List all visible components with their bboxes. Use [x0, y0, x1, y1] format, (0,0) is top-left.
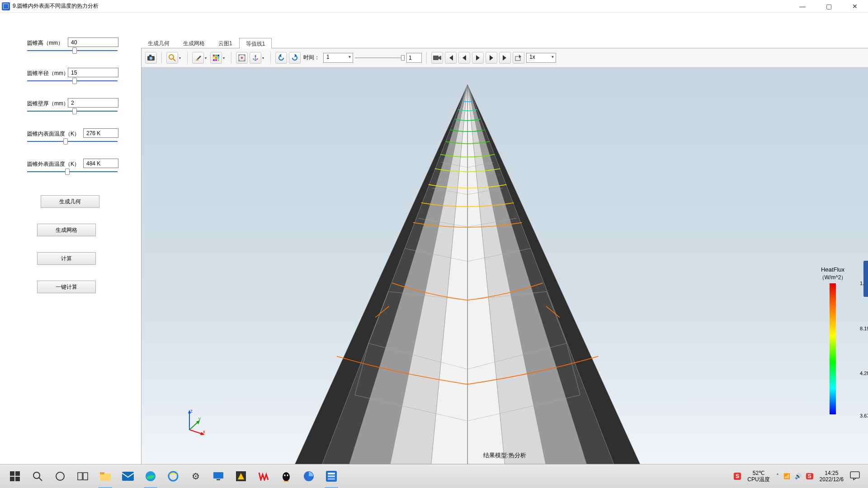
svg-rect-44	[83, 473, 88, 480]
svg-rect-37	[15, 471, 20, 476]
wps-icon[interactable]	[252, 465, 275, 488]
rotate-cw-icon[interactable]	[289, 52, 301, 64]
svg-rect-2	[149, 55, 151, 56]
volume-icon[interactable]: 🔊	[795, 473, 802, 479]
cone-height-slider[interactable]	[27, 49, 118, 50]
cone-height-input[interactable]	[68, 38, 118, 47]
export-frame-icon[interactable]	[513, 52, 524, 64]
browser-blue-icon[interactable]	[297, 465, 320, 488]
window-title: 9.圆锥内外表面不同温度的热力分析	[13, 2, 99, 10]
magnifier-icon[interactable]: ▾	[166, 52, 178, 64]
svg-rect-36	[10, 471, 14, 476]
taskview-icon[interactable]	[71, 465, 94, 488]
tab-isoline-1[interactable]: 等值线1	[239, 38, 272, 48]
brush-icon[interactable]: ▾	[192, 52, 204, 64]
minimize-button[interactable]: —	[789, 0, 816, 13]
maximize-button[interactable]: ▢	[816, 0, 842, 13]
legend-tick: 3.675e+06	[860, 413, 868, 418]
compute-button[interactable]: 计算	[37, 252, 96, 265]
edge-icon[interactable]	[139, 465, 162, 488]
wifi-icon[interactable]: 📶	[783, 473, 790, 479]
axis-gizmo: z x y	[180, 408, 208, 435]
generate-mesh-button[interactable]: 生成网格	[37, 224, 96, 236]
onekey-compute-button[interactable]: 一键计算	[37, 281, 96, 293]
viewer-tabs: 生成几何 生成网格 云图1 等值线1	[141, 38, 868, 48]
legend-unit: （W/m^2）	[806, 274, 860, 282]
file-explorer-icon[interactable]	[94, 465, 117, 488]
side-drawer-handle[interactable]	[863, 261, 868, 297]
search-icon[interactable]	[26, 465, 49, 488]
mail-icon[interactable]	[117, 465, 139, 488]
svg-point-53	[283, 472, 290, 481]
svg-rect-39	[15, 477, 20, 481]
svg-rect-58	[328, 473, 335, 474]
qq-icon[interactable]	[275, 465, 297, 488]
time-step-input[interactable]	[406, 53, 422, 63]
inner-temp-slider[interactable]	[27, 140, 118, 141]
svg-rect-10	[217, 57, 219, 59]
camera-icon[interactable]	[145, 52, 157, 64]
param-inner-temp: 圆锥内表面温度（K）	[27, 128, 127, 146]
start-button[interactable]	[4, 465, 26, 488]
ime-icon[interactable]: S	[734, 473, 741, 480]
rotate-ccw-icon[interactable]	[275, 52, 287, 64]
cortana-icon[interactable]	[49, 465, 71, 488]
svg-rect-61	[850, 472, 859, 478]
sidebar: 圆锥高（mm） 圆锥半径（mm） 圆锥壁厚（mm） 圆锥内表面温度（K）	[0, 13, 141, 464]
viewer-panel: ▾ ▾ ▾ ▾ 时间： 1 1x	[141, 48, 868, 464]
play-icon[interactable]	[472, 52, 484, 64]
app-yellow-icon[interactable]	[230, 465, 252, 488]
svg-point-40	[33, 472, 40, 479]
svg-rect-6	[215, 55, 217, 56]
ie-icon[interactable]	[162, 465, 184, 488]
svg-rect-50	[213, 472, 223, 479]
outer-temp-slider[interactable]	[27, 170, 118, 171]
play-speed-combo[interactable]: 1x	[526, 53, 556, 63]
inner-temp-input[interactable]	[83, 128, 118, 138]
cone-radius-input[interactable]	[68, 68, 118, 77]
param-label: 圆锥外表面温度（K）	[27, 160, 80, 168]
svg-rect-38	[10, 477, 14, 481]
tray-chevron-icon[interactable]: ˄	[776, 473, 779, 479]
monitor-icon[interactable]	[207, 465, 230, 488]
outer-temp-input[interactable]	[83, 159, 118, 168]
svg-rect-7	[217, 55, 219, 56]
skip-first-icon[interactable]	[445, 52, 457, 64]
taskbar-clock[interactable]: 14:25 2022/12/6	[820, 470, 844, 483]
cone-radius-slider[interactable]	[27, 79, 118, 80]
record-icon[interactable]	[431, 52, 443, 64]
skip-last-icon[interactable]	[499, 52, 511, 64]
time-slider[interactable]	[355, 54, 405, 61]
viewport-3d[interactable]: z x y HeatFlux （W/m^2） 1.211e+08 8.199e+…	[142, 67, 868, 464]
tab-generate-geometry[interactable]: 生成几何	[141, 38, 176, 48]
weather-widget[interactable]: 52℃ CPU温度	[747, 470, 769, 483]
wall-thickness-slider[interactable]	[27, 109, 118, 110]
param-cone-height: 圆锥高（mm）	[27, 38, 127, 56]
sim-app-icon[interactable]	[320, 465, 343, 488]
svg-point-42	[56, 472, 64, 480]
tab-generate-mesh[interactable]: 生成网格	[176, 38, 212, 48]
step-prev-icon[interactable]	[458, 52, 470, 64]
titlebar: 9.圆锥内外表面不同温度的热力分析 — ▢ ✕	[0, 0, 868, 13]
svg-line-33	[189, 422, 198, 430]
generate-geometry-button[interactable]: 生成几何	[41, 195, 99, 208]
svg-text:x: x	[203, 429, 205, 434]
ime-s-icon[interactable]: S	[806, 473, 813, 479]
svg-point-3	[169, 55, 174, 59]
time-value-combo[interactable]: 1	[323, 53, 353, 63]
svg-rect-51	[217, 479, 220, 480]
fit-icon[interactable]	[236, 52, 248, 64]
axes-select-icon[interactable]: ▾	[250, 52, 261, 64]
param-label: 圆锥壁厚（mm）	[27, 100, 69, 108]
settings-icon[interactable]: ⚙	[184, 465, 207, 488]
svg-line-41	[39, 478, 42, 481]
wall-thickness-input[interactable]	[68, 98, 118, 108]
svg-rect-47	[122, 472, 134, 481]
step-next-icon[interactable]	[486, 52, 497, 64]
tab-contour-1[interactable]: 云图1	[212, 38, 239, 48]
action-center-icon[interactable]	[850, 471, 860, 482]
svg-point-1	[150, 56, 152, 59]
svg-text:z: z	[190, 408, 193, 413]
rubik-icon[interactable]: ▾	[210, 52, 222, 64]
close-button[interactable]: ✕	[842, 0, 868, 13]
